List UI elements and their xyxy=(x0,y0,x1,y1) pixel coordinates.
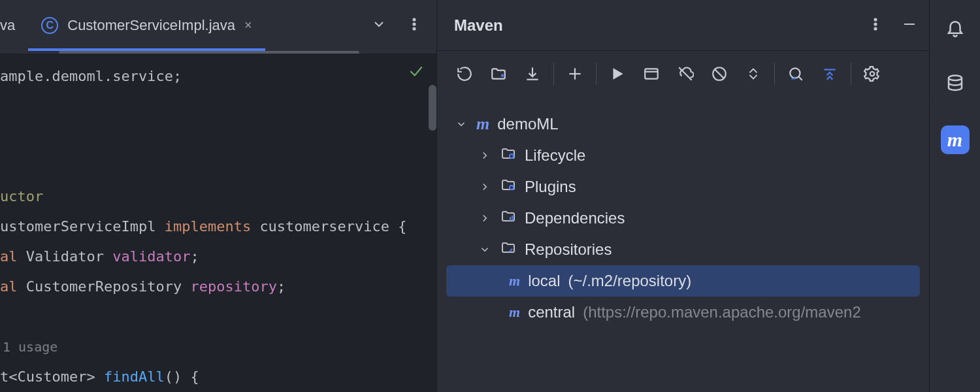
editor-area: va C CustomerServiceImpl.java × xyxy=(0,0,436,392)
chevron-down-icon[interactable] xyxy=(454,118,468,130)
maven-panel: Maven xyxy=(436,0,929,392)
toolbar-separator xyxy=(553,63,554,85)
download-sources-icon[interactable] xyxy=(515,59,549,88)
minimize-icon[interactable] xyxy=(902,16,917,35)
code-kw-implements: implements xyxy=(165,218,260,235)
code-member: validator xyxy=(112,248,190,265)
run-icon[interactable] xyxy=(600,59,634,88)
tab-partial-left-label: va xyxy=(0,17,15,34)
svg-point-21 xyxy=(510,154,514,158)
toolbar-separator xyxy=(851,63,851,85)
tree-node-lifecycle[interactable]: Lifecycle xyxy=(437,140,929,171)
execute-goal-icon[interactable] xyxy=(634,59,668,88)
tree-plugins-label: Plugins xyxy=(525,178,576,196)
chevron-right-icon[interactable] xyxy=(478,212,492,224)
tab-partial-left[interactable]: va xyxy=(0,0,28,50)
tab-actions xyxy=(371,0,436,50)
svg-point-5 xyxy=(874,27,876,29)
maven-toolbar xyxy=(437,51,929,97)
toolbar-separator xyxy=(774,63,775,85)
database-icon[interactable] xyxy=(941,69,970,98)
generate-sources-icon[interactable] xyxy=(482,59,515,88)
repo-central-url: (https://repo.maven.apache.org/maven2 xyxy=(583,303,861,321)
code-return-type: t<Customer> xyxy=(0,368,104,385)
toolbar-separator xyxy=(596,63,596,85)
right-tool-strip: m xyxy=(929,0,980,392)
chevron-down-icon[interactable] xyxy=(371,16,387,35)
svg-point-4 xyxy=(874,23,876,25)
code-pkg: ample.demoml.service; xyxy=(0,68,182,84)
tree-node-plugins[interactable]: Plugins xyxy=(437,171,929,203)
tree-dependencies-label: Dependencies xyxy=(525,209,625,227)
code-type: Validator xyxy=(26,248,112,265)
folder-gear-icon xyxy=(500,177,517,197)
code-semi: ; xyxy=(277,278,286,295)
maven-module-icon: m xyxy=(476,114,489,134)
maven-repo-remote-icon: m xyxy=(509,304,520,321)
maven-tree[interactable]: m demoML Lifecycle Plugins Dependencies xyxy=(437,97,929,392)
tree-lifecycle-label: Lifecycle xyxy=(525,146,585,165)
tab-bar: va C CustomerServiceImpl.java × xyxy=(0,0,436,51)
folder-icon xyxy=(500,240,517,259)
code-iface: customerservice xyxy=(259,218,398,235)
svg-point-20 xyxy=(870,71,875,76)
code-editor[interactable]: ample.demoml.service; uctor ustomerServi… xyxy=(0,54,436,392)
close-icon[interactable]: × xyxy=(244,18,252,33)
maven-repo-icon: m xyxy=(509,272,520,289)
code-type: CustomerRepository xyxy=(26,278,191,295)
reload-icon[interactable] xyxy=(448,59,482,88)
svg-marker-9 xyxy=(613,68,623,79)
code-parens: () { xyxy=(165,368,199,385)
maven-m-icon: m xyxy=(947,129,962,151)
code-method: findAll xyxy=(104,368,165,385)
tree-node-dependencies[interactable]: Dependencies xyxy=(437,203,929,234)
chevron-right-icon[interactable] xyxy=(478,181,492,193)
java-class-icon: C xyxy=(41,17,58,34)
folder-gear-icon xyxy=(500,146,517,165)
svg-line-16 xyxy=(798,76,802,80)
code-annotation: uctor xyxy=(0,188,43,204)
collapse-all-icon[interactable] xyxy=(736,59,770,88)
repo-local-path: (~/.m2/repository) xyxy=(568,272,691,290)
maven-tool-window-icon[interactable]: m xyxy=(941,125,970,154)
folder-deps-icon xyxy=(500,208,517,228)
more-vertical-icon[interactable] xyxy=(406,16,422,35)
code-member: repository xyxy=(190,278,276,295)
code-usage-hint[interactable]: 1 usage xyxy=(0,339,57,355)
svg-line-14 xyxy=(715,69,724,78)
tab-filename: CustomerServiceImpl.java xyxy=(67,17,235,34)
tree-root-label: demoML xyxy=(497,115,558,133)
svg-point-2 xyxy=(413,27,415,29)
tree-repositories-label: Repositories xyxy=(525,240,612,259)
code-brace: { xyxy=(398,218,406,235)
svg-rect-10 xyxy=(645,69,658,78)
analyze-dependencies-icon[interactable] xyxy=(779,59,813,88)
tree-root-demoml[interactable]: m demoML xyxy=(437,108,929,140)
tree-repo-central[interactable]: m central (https://repo.maven.apache.org… xyxy=(437,297,929,328)
more-vertical-icon[interactable] xyxy=(868,16,883,35)
show-diagram-icon[interactable] xyxy=(813,59,847,88)
chevron-right-icon[interactable] xyxy=(478,150,492,161)
repo-local-name: local xyxy=(528,272,560,290)
code-semi: ; xyxy=(190,248,199,265)
chevron-down-icon[interactable] xyxy=(478,244,492,255)
toggle-offline-icon[interactable] xyxy=(668,59,702,88)
svg-point-0 xyxy=(413,18,415,20)
tree-repo-local[interactable]: m local (~/.m2/repository) xyxy=(446,265,920,297)
notifications-icon[interactable] xyxy=(941,13,970,42)
svg-point-1 xyxy=(413,23,415,25)
tree-node-repositories[interactable]: Repositories xyxy=(437,234,929,265)
svg-point-15 xyxy=(790,68,800,78)
svg-point-25 xyxy=(949,76,962,81)
maven-title: Maven xyxy=(454,16,849,35)
tab-active[interactable]: C CustomerServiceImpl.java × xyxy=(28,0,265,50)
code-kw: al xyxy=(0,248,26,265)
code-classname: ustomerServiceImpl xyxy=(0,218,165,235)
svg-point-22 xyxy=(510,186,514,189)
add-project-icon[interactable] xyxy=(558,59,592,88)
settings-icon[interactable] xyxy=(855,59,889,88)
maven-header: Maven xyxy=(437,0,929,51)
skip-tests-icon[interactable] xyxy=(702,59,736,88)
svg-point-3 xyxy=(874,18,876,20)
repo-central-name: central xyxy=(528,303,575,321)
